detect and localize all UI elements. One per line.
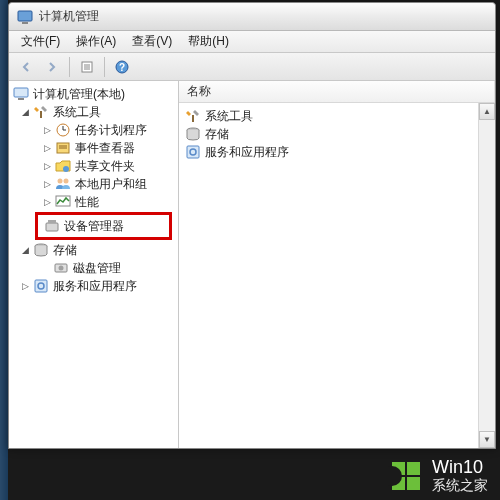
toolbar: ? xyxy=(9,53,495,81)
svg-rect-21 xyxy=(46,223,58,231)
clock-icon xyxy=(55,122,71,138)
scroll-down-button[interactable]: ▼ xyxy=(479,431,495,448)
svg-rect-26 xyxy=(35,280,47,292)
storage-icon xyxy=(33,242,49,258)
performance-icon xyxy=(55,194,71,210)
svg-rect-35 xyxy=(407,477,420,490)
svg-rect-28 xyxy=(192,115,194,122)
list-body[interactable]: 系统工具 存储 服务和应用程序 ▲ ▼ xyxy=(179,103,495,448)
expand-icon[interactable]: ▷ xyxy=(41,160,53,172)
tree-device-manager[interactable]: 设备管理器 xyxy=(38,217,169,235)
tree-root[interactable]: 计算机管理(本地) xyxy=(9,85,178,103)
column-name[interactable]: 名称 xyxy=(179,81,495,102)
tree-task-scheduler[interactable]: ▷ 任务计划程序 xyxy=(9,121,178,139)
forward-button xyxy=(41,56,63,78)
tree-shared-folders[interactable]: ▷ 共享文件夹 xyxy=(9,157,178,175)
tree-performance[interactable]: ▷ 性能 xyxy=(9,193,178,211)
svg-point-25 xyxy=(59,266,64,271)
tools-icon xyxy=(33,104,49,120)
menu-view[interactable]: 查看(V) xyxy=(124,31,180,52)
tree-task-scheduler-label: 任务计划程序 xyxy=(75,122,147,139)
event-icon xyxy=(55,140,71,156)
svg-point-19 xyxy=(64,179,69,184)
expand-icon[interactable]: ▷ xyxy=(41,142,53,154)
list-panel: 名称 系统工具 存储 服务和应用程序 ▲ ▼ xyxy=(179,81,495,448)
computer-icon xyxy=(13,86,29,102)
scroll-up-button[interactable]: ▲ xyxy=(479,103,495,120)
tree-storage-label: 存储 xyxy=(53,242,77,259)
svg-rect-1 xyxy=(22,22,28,24)
list-header: 名称 xyxy=(179,81,495,103)
svg-rect-0 xyxy=(18,11,32,21)
services-icon xyxy=(33,278,49,294)
expand-icon[interactable]: ▷ xyxy=(41,124,53,136)
device-icon xyxy=(44,218,60,234)
tree-shared-folders-label: 共享文件夹 xyxy=(75,158,135,175)
svg-point-18 xyxy=(58,179,63,184)
collapse-icon[interactable]: ◢ xyxy=(19,244,31,256)
list-item-label: 存储 xyxy=(205,126,229,143)
list-item-label: 服务和应用程序 xyxy=(205,144,289,161)
app-icon xyxy=(17,9,33,25)
svg-rect-9 xyxy=(18,98,24,100)
expand-icon[interactable]: ▷ xyxy=(41,196,53,208)
storage-icon xyxy=(185,126,201,142)
expand-icon[interactable]: ▷ xyxy=(41,178,53,190)
svg-rect-22 xyxy=(48,220,56,223)
properties-button[interactable] xyxy=(76,56,98,78)
tree-services-apps[interactable]: ▷ 服务和应用程序 xyxy=(9,277,178,295)
svg-rect-30 xyxy=(187,146,199,158)
tree-system-tools[interactable]: ◢ 系统工具 xyxy=(9,103,178,121)
tree-local-users-label: 本地用户和组 xyxy=(75,176,147,193)
help-button[interactable]: ? xyxy=(111,56,133,78)
folder-share-icon xyxy=(55,158,71,174)
tree-performance-label: 性能 xyxy=(75,194,99,211)
tools-icon xyxy=(185,108,201,124)
list-item-label: 系统工具 xyxy=(205,108,253,125)
collapse-icon[interactable]: ◢ xyxy=(19,106,31,118)
highlight-device-manager: 设备管理器 xyxy=(35,212,172,240)
svg-rect-33 xyxy=(407,462,420,475)
menubar: 文件(F) 操作(A) 查看(V) 帮助(H) xyxy=(9,31,495,53)
tree-storage[interactable]: ◢ 存储 xyxy=(9,241,178,259)
tree-disk-mgmt[interactable]: 磁盘管理 xyxy=(9,259,178,277)
tree-device-manager-label: 设备管理器 xyxy=(64,218,124,235)
watermark: Win10 系统之家 xyxy=(388,458,488,494)
win10-logo-icon xyxy=(388,458,424,494)
svg-rect-10 xyxy=(40,111,42,118)
svg-rect-8 xyxy=(14,88,28,97)
menu-file[interactable]: 文件(F) xyxy=(13,31,68,52)
disk-icon xyxy=(53,260,69,276)
tree-root-label: 计算机管理(本地) xyxy=(33,86,125,103)
svg-text:?: ? xyxy=(119,62,125,73)
window-title: 计算机管理 xyxy=(39,8,99,25)
menu-help[interactable]: 帮助(H) xyxy=(180,31,237,52)
watermark-line2: 系统之家 xyxy=(432,478,488,493)
list-item[interactable]: 服务和应用程序 xyxy=(185,143,489,161)
users-icon xyxy=(55,176,71,192)
tree-panel[interactable]: 计算机管理(本地) ◢ 系统工具 ▷ 任务计划程序 ▷ 事件查看器 ▷ 共享文件 xyxy=(9,81,179,448)
tree-event-viewer[interactable]: ▷ 事件查看器 xyxy=(9,139,178,157)
titlebar: 计算机管理 xyxy=(9,3,495,31)
tree-local-users[interactable]: ▷ 本地用户和组 xyxy=(9,175,178,193)
list-item[interactable]: 存储 xyxy=(185,125,489,143)
back-button xyxy=(15,56,37,78)
tree-disk-mgmt-label: 磁盘管理 xyxy=(73,260,121,277)
vertical-scrollbar[interactable]: ▲ ▼ xyxy=(478,103,495,448)
menu-action[interactable]: 操作(A) xyxy=(68,31,124,52)
expand-icon[interactable]: ▷ xyxy=(19,280,31,292)
list-item[interactable]: 系统工具 xyxy=(185,107,489,125)
services-icon xyxy=(185,144,201,160)
watermark-line1: Win10 xyxy=(432,458,488,478)
body-area: 计算机管理(本地) ◢ 系统工具 ▷ 任务计划程序 ▷ 事件查看器 ▷ 共享文件 xyxy=(9,81,495,448)
computer-management-window: 计算机管理 文件(F) 操作(A) 查看(V) 帮助(H) ? 计算机管理(本地… xyxy=(8,2,496,449)
tree-services-apps-label: 服务和应用程序 xyxy=(53,278,137,295)
svg-point-17 xyxy=(63,166,69,172)
tree-system-tools-label: 系统工具 xyxy=(53,104,101,121)
tree-event-viewer-label: 事件查看器 xyxy=(75,140,135,157)
